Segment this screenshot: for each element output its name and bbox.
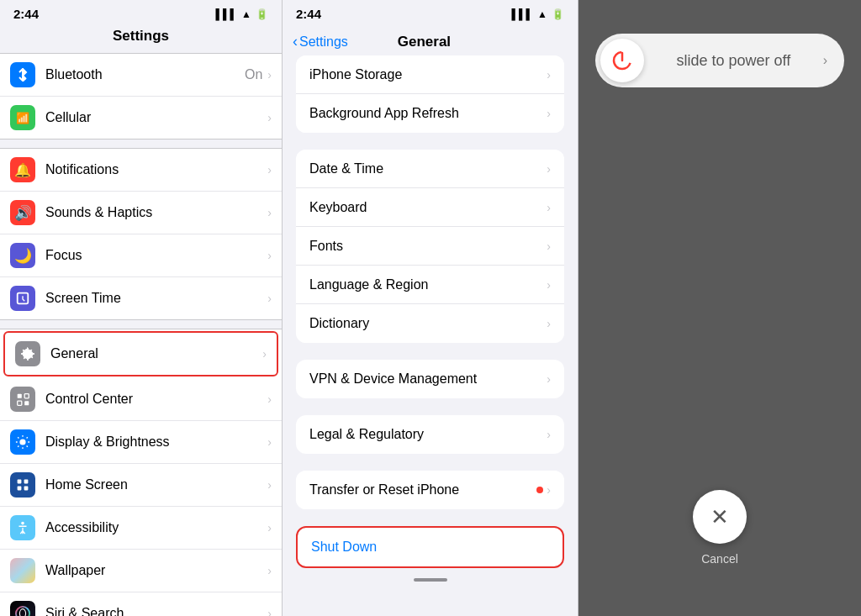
svg-rect-8 (24, 480, 29, 484)
controlcenter-icon (10, 387, 35, 412)
settings-row-siri[interactable]: Siri & Search › (0, 592, 282, 616)
settings-row-homescreen[interactable]: Home Screen › (0, 464, 282, 507)
bluetooth-icon (10, 62, 35, 87)
settings-row-controlcenter[interactable]: Control Center › (0, 378, 282, 421)
general-group-locale: Date & Time › Keyboard › Fonts › Languag… (296, 150, 564, 343)
general-row-transfer[interactable]: Transfer or Reset iPhone › (296, 471, 564, 509)
shutdown-row[interactable]: Shut Down (296, 526, 564, 568)
general-label: General (50, 346, 262, 361)
dictionary-chevron: › (547, 317, 551, 330)
general-row-keyboard[interactable]: Keyboard › (296, 188, 564, 227)
homescreen-icon (10, 472, 35, 498)
general-group-transfer: Transfer or Reset iPhone › (296, 471, 564, 509)
general-group-vpn: VPN & Device Management › (296, 360, 564, 398)
general-row-language[interactable]: Language & Region › (296, 266, 564, 304)
general-group-legal: Legal & Regulatory › (296, 415, 564, 454)
svg-rect-10 (24, 487, 29, 491)
vpn-label: VPN & Device Management (309, 371, 547, 387)
transfer-label: Transfer or Reset iPhone (309, 482, 536, 498)
sounds-chevron: › (267, 206, 272, 219)
shutdown-container: Shut Down (296, 526, 564, 568)
power-button-circle (600, 39, 644, 82)
settings-row-notifications[interactable]: 🔔 Notifications › (0, 149, 282, 192)
screentime-chevron: › (267, 292, 272, 305)
settings-row-focus[interactable]: 🌙 Focus › (0, 234, 282, 277)
keyboard-label: Keyboard (309, 200, 547, 215)
bg-refresh-label: Background App Refresh (309, 106, 547, 121)
settings-row-display[interactable]: Display & Brightness › (0, 421, 282, 464)
cancel-x-icon: ✕ (710, 506, 729, 528)
general-row-legal[interactable]: Legal & Regulatory › (296, 415, 564, 454)
wallpaper-label: Wallpaper (45, 563, 267, 578)
general-row-iphone-storage[interactable]: iPhone Storage › (296, 55, 564, 94)
accessibility-icon (10, 515, 35, 540)
display-label: Display & Brightness (45, 434, 267, 450)
iphone-storage-label: iPhone Storage (309, 67, 547, 82)
settings-group-notifications: 🔔 Notifications › 🔊 Sounds & Haptics › 🌙… (0, 148, 282, 320)
status-bar-middle: 2:44 ▌▌▌ ▲ 🔋 (283, 0, 578, 24)
wifi-icon: ▲ (241, 8, 251, 20)
svg-point-6 (19, 439, 25, 445)
settings-row-accessibility[interactable]: Accessibility › (0, 507, 282, 550)
settings-panel: 2:44 ▌▌▌ ▲ 🔋 Settings Bluetooth On › 📶 C (0, 0, 283, 616)
svg-rect-4 (17, 401, 21, 405)
display-chevron: › (267, 435, 272, 449)
status-icons-left: ▌▌▌ ▲ 🔋 (216, 8, 268, 20)
general-chevron: › (262, 347, 267, 361)
svg-rect-7 (18, 480, 22, 484)
settings-row-bluetooth[interactable]: Bluetooth On › (0, 54, 282, 97)
general-row-datetime[interactable]: Date & Time › (296, 150, 564, 188)
general-group-storage: iPhone Storage › Background App Refresh … (296, 55, 564, 133)
iphone-storage-chevron: › (547, 68, 551, 82)
siri-chevron: › (267, 607, 272, 616)
sounds-icon: 🔊 (10, 200, 35, 225)
svg-rect-5 (24, 401, 29, 405)
svg-point-12 (16, 607, 29, 616)
back-chevron-icon: ‹ (293, 33, 298, 50)
vpn-chevron: › (547, 372, 551, 386)
svg-rect-2 (17, 393, 21, 398)
settings-row-general[interactable]: General › (3, 331, 278, 376)
general-title: General (348, 34, 500, 50)
datetime-chevron: › (547, 162, 551, 176)
slide-to-power-off-text: slide to power off (654, 52, 813, 70)
dictionary-label: Dictionary (309, 316, 547, 331)
general-row-fonts[interactable]: Fonts › (296, 227, 564, 266)
power-off-slider[interactable]: slide to power off › (595, 34, 844, 87)
shutdown-label: Shut Down (311, 540, 377, 555)
time-left: 2:44 (13, 7, 39, 21)
general-row-vpn[interactable]: VPN & Device Management › (296, 360, 564, 398)
accessibility-label: Accessibility (45, 520, 267, 535)
focus-chevron: › (267, 249, 272, 262)
focus-label: Focus (45, 248, 267, 263)
controlcenter-chevron: › (267, 392, 272, 406)
general-icon (15, 341, 40, 366)
siri-label: Siri & Search (45, 606, 267, 616)
back-button[interactable]: ‹ Settings (293, 33, 348, 50)
general-row-bg-refresh[interactable]: Background App Refresh › (296, 94, 564, 133)
status-icons-middle: ▌▌▌ ▲ 🔋 (512, 8, 564, 20)
bluetooth-label: Bluetooth (45, 67, 245, 82)
bluetooth-value: On (245, 67, 262, 82)
svg-point-11 (21, 522, 24, 525)
settings-row-cellular[interactable]: 📶 Cellular › (0, 97, 282, 139)
cancel-label: Cancel (701, 552, 738, 566)
datetime-label: Date & Time (309, 161, 547, 176)
general-row-dictionary[interactable]: Dictionary › (296, 304, 564, 343)
wallpaper-icon (10, 558, 35, 583)
settings-row-sounds[interactable]: 🔊 Sounds & Haptics › (0, 192, 282, 234)
notifications-icon: 🔔 (10, 157, 35, 182)
svg-rect-9 (18, 487, 22, 491)
cellular-label: Cellular (45, 110, 267, 125)
keyboard-chevron: › (547, 201, 551, 214)
power-icon (611, 50, 633, 71)
cancel-area: ✕ Cancel (693, 490, 747, 566)
cancel-button[interactable]: ✕ (693, 490, 747, 544)
svg-rect-3 (24, 393, 29, 398)
settings-row-wallpaper[interactable]: Wallpaper › (0, 550, 282, 592)
settings-row-screentime[interactable]: Screen Time › (0, 277, 282, 319)
bluetooth-chevron: › (267, 68, 272, 82)
screentime-icon (10, 286, 35, 311)
settings-title: Settings (0, 24, 282, 53)
time-middle: 2:44 (296, 7, 321, 21)
